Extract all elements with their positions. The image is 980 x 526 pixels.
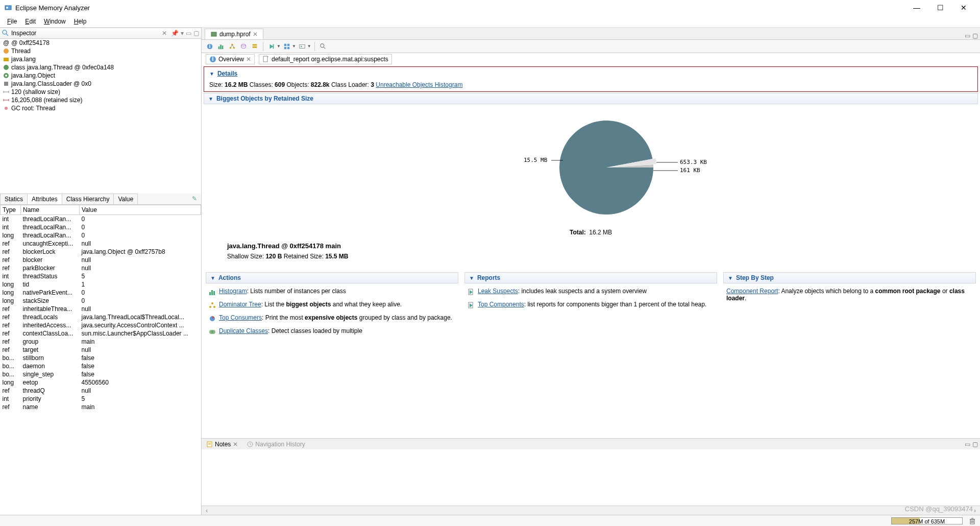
table-row[interactable]: refblockerLockjava.lang.Object @ 0xff275… bbox=[1, 248, 201, 256]
subtab-close[interactable]: ✕ bbox=[246, 56, 251, 63]
duplicates-link[interactable]: Duplicate Classes bbox=[219, 327, 268, 334]
table-row[interactable]: refthreadQnull bbox=[1, 387, 201, 395]
minimize-icon[interactable]: ▭ bbox=[186, 30, 191, 37]
heap-icon bbox=[210, 31, 217, 38]
consumers-link[interactable]: Top Consumers bbox=[219, 314, 262, 321]
table-row[interactable]: intthreadStatus5 bbox=[1, 272, 201, 280]
pin-icon[interactable]: 📌 bbox=[171, 30, 179, 37]
table-row[interactable]: refinheritedAccess...java.security.Acces… bbox=[1, 321, 201, 329]
view-menu-icon[interactable]: ▾ bbox=[181, 30, 184, 37]
address-button[interactable] bbox=[297, 41, 307, 52]
histogram-button[interactable] bbox=[216, 41, 226, 52]
subtab-overview[interactable]: i Overview ✕ bbox=[206, 54, 255, 64]
editor-tab-dump[interactable]: dump.hprof ✕ bbox=[205, 29, 263, 39]
menu-file[interactable]: File bbox=[3, 17, 21, 26]
subtab-report[interactable]: default_report org.eclipse.mat.api:suspe… bbox=[259, 54, 392, 64]
tab-value[interactable]: Value bbox=[113, 194, 138, 204]
notes-minimize-icon[interactable]: ▭ bbox=[965, 441, 970, 448]
tab-statics[interactable]: Statics bbox=[0, 194, 28, 204]
maximize-button[interactable]: ☐ bbox=[933, 3, 947, 13]
svg-rect-36 bbox=[287, 46, 289, 49]
edit-icon[interactable]: ✎ bbox=[188, 194, 201, 204]
editor-minimize-icon[interactable]: ▭ bbox=[965, 32, 970, 39]
table-row[interactable]: reftargetnull bbox=[1, 346, 201, 354]
dropdown-icon[interactable]: ▼ bbox=[307, 44, 311, 49]
collapse-arrow-icon[interactable]: ▼ bbox=[469, 275, 474, 281]
scroll-left-icon[interactable]: ‹ bbox=[206, 507, 208, 514]
table-row[interactable]: intthreadLocalRan...0 bbox=[1, 215, 201, 224]
window-controls: — ☐ ✕ bbox=[910, 3, 971, 13]
table-row[interactable]: refcontextClassLoa...sun.misc.Launcher$A… bbox=[1, 329, 201, 338]
table-row[interactable]: refgroupmain bbox=[1, 338, 201, 346]
table-row[interactable]: longeetop45506560 bbox=[1, 378, 201, 387]
menu-window[interactable]: Window bbox=[40, 17, 70, 26]
close-button[interactable]: ✕ bbox=[957, 3, 971, 13]
table-row[interactable]: bo...stillbornfalse bbox=[1, 354, 201, 362]
table-row[interactable]: longnativeParkEvent...0 bbox=[1, 289, 201, 297]
menu-edit[interactable]: Edit bbox=[21, 17, 40, 26]
at-icon: @ bbox=[3, 39, 9, 46]
tab-attributes[interactable]: Attributes bbox=[27, 194, 62, 204]
collapse-arrow-icon[interactable]: ▼ bbox=[728, 275, 733, 281]
inspector-close-x[interactable]: ✕ bbox=[162, 30, 167, 37]
unreachable-link[interactable]: Unreachable Objects Histogram bbox=[376, 81, 462, 88]
query-browser-button[interactable] bbox=[282, 41, 292, 52]
selected-object-label: java.lang.Thread @ 0xff254178 main bbox=[227, 242, 341, 250]
notes-maximize-icon[interactable]: ▢ bbox=[972, 441, 978, 448]
collapse-arrow-icon[interactable]: ▼ bbox=[208, 96, 213, 102]
table-row[interactable]: bo...daemonfalse bbox=[1, 362, 201, 370]
oql-button[interactable] bbox=[238, 41, 249, 52]
table-row[interactable]: refparkBlockernull bbox=[1, 264, 201, 272]
col-type[interactable]: Type bbox=[1, 205, 21, 215]
topcomp-link[interactable]: Top Components bbox=[478, 301, 524, 308]
histogram-link[interactable]: Histogram bbox=[219, 288, 247, 295]
maximize-icon[interactable]: ▢ bbox=[193, 30, 199, 37]
collapse-arrow-icon[interactable]: ▼ bbox=[209, 71, 214, 77]
heap-status[interactable]: 257M of 635M bbox=[891, 517, 963, 524]
scroll-bar[interactable]: ‹ › bbox=[202, 506, 980, 515]
notes-close[interactable]: ✕ bbox=[233, 441, 238, 448]
table-row[interactable]: refinheritableThrea...null bbox=[1, 305, 201, 313]
table-row[interactable]: bo...single_stepfalse bbox=[1, 370, 201, 378]
col-value[interactable]: Value bbox=[80, 205, 201, 215]
col-name[interactable]: Name bbox=[21, 205, 80, 215]
menu-help[interactable]: Help bbox=[70, 17, 91, 26]
overview-button[interactable]: i bbox=[205, 41, 215, 52]
notes-body[interactable] bbox=[202, 449, 980, 506]
scroll-right-icon[interactable]: › bbox=[974, 507, 976, 514]
editor-tabs: dump.hprof ✕ ▭ ▢ bbox=[202, 28, 980, 40]
threads-button[interactable] bbox=[250, 41, 260, 52]
table-row[interactable]: intthreadLocalRan...0 bbox=[1, 223, 201, 231]
tab-class-hierarchy[interactable]: Class Hierarchy bbox=[62, 194, 114, 204]
table-row[interactable]: longtid1 bbox=[1, 280, 201, 289]
run-report-button[interactable] bbox=[266, 41, 277, 52]
inspector-loader: java.lang.ClassLoader @ 0x0 bbox=[0, 80, 201, 88]
notes-tab[interactable]: Notes ✕ bbox=[204, 440, 241, 449]
search-button[interactable] bbox=[318, 41, 328, 52]
editor-maximize-icon[interactable]: ▢ bbox=[972, 32, 978, 39]
inspector-gcroot: GC root: Thread bbox=[0, 104, 201, 112]
svg-rect-49 bbox=[211, 290, 213, 295]
table-row[interactable]: refnamemain bbox=[1, 403, 201, 411]
nav-history-tab[interactable]: Navigation History bbox=[244, 440, 308, 449]
dominator-link[interactable]: Dominator Tree bbox=[219, 301, 261, 308]
compreport-link[interactable]: Component Report bbox=[726, 288, 778, 295]
table-row[interactable]: intpriority5 bbox=[1, 395, 201, 403]
dropdown-icon[interactable]: ▼ bbox=[277, 44, 281, 49]
dominator-button[interactable] bbox=[227, 41, 237, 52]
leak-link[interactable]: Leak Suspects bbox=[478, 288, 518, 295]
class-icon bbox=[3, 64, 9, 70]
size-icon bbox=[3, 89, 9, 95]
gc-button[interactable] bbox=[969, 517, 976, 524]
dropdown-icon[interactable]: ▼ bbox=[292, 44, 296, 49]
minimize-button[interactable]: — bbox=[910, 3, 924, 13]
table-row[interactable]: refthreadLocalsjava.lang.ThreadLocal$Thr… bbox=[1, 313, 201, 321]
table-row[interactable]: longstackSize0 bbox=[1, 297, 201, 305]
svg-rect-35 bbox=[284, 46, 286, 49]
svg-point-6 bbox=[4, 65, 9, 70]
table-row[interactable]: longthreadLocalRan...0 bbox=[1, 231, 201, 240]
table-row[interactable]: refuncaughtExcepti...null bbox=[1, 240, 201, 248]
table-row[interactable]: refblockernull bbox=[1, 256, 201, 264]
collapse-arrow-icon[interactable]: ▼ bbox=[210, 275, 215, 281]
tab-close-x[interactable]: ✕ bbox=[253, 31, 258, 38]
